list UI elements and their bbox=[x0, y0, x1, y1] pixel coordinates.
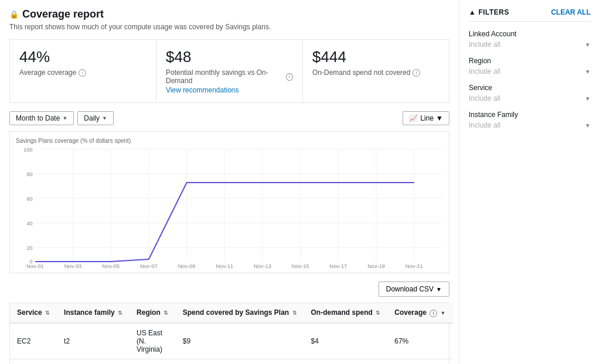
sort-icon: ⇅ bbox=[292, 310, 297, 316]
line-chart-icon: 📈 bbox=[409, 114, 418, 122]
filter-items: Linked Account Include all ▼ Region Incl… bbox=[469, 30, 591, 129]
chevron-down-icon: ▼ bbox=[62, 115, 67, 121]
chevron-down-icon: ▼ bbox=[585, 95, 591, 102]
chevron-down-icon: ▼ bbox=[102, 115, 107, 121]
metric-value-0: 44% bbox=[19, 48, 146, 66]
filter-select[interactable]: Include all ▼ bbox=[469, 94, 591, 102]
chart-area: 100 80 60 40 20 0 bbox=[16, 146, 443, 269]
svg-text:80: 80 bbox=[26, 171, 32, 177]
svg-text:Nov-01: Nov-01 bbox=[26, 263, 44, 269]
sort-icon: ⇅ bbox=[118, 310, 122, 316]
cell-service: EC2 bbox=[10, 359, 57, 364]
chevron-down-icon: ▼ bbox=[585, 122, 591, 129]
cell-region: US West (N. California) bbox=[129, 359, 176, 364]
svg-text:60: 60 bbox=[26, 196, 32, 202]
granularity-select[interactable]: Daily ▼ bbox=[77, 111, 114, 125]
page-title: Coverage report bbox=[22, 8, 104, 20]
sidebar: ▲ FILTERS CLEAR ALL Linked Account Inclu… bbox=[459, 0, 600, 364]
chevron-down-icon: ▼ bbox=[585, 68, 591, 75]
chevron-down-icon: ▼ bbox=[436, 114, 443, 122]
svg-text:Nov-21: Nov-21 bbox=[405, 263, 423, 269]
th-on-demand-spend[interactable]: On-demand spend ⇅ bbox=[304, 303, 388, 323]
th-spend-covered[interactable]: Spend covered by Savings Plan ⇅ bbox=[176, 303, 304, 323]
lock-icon: 🔒 bbox=[9, 10, 19, 19]
metric-savings: $48 Potential monthly savings vs On-Dema… bbox=[156, 40, 303, 102]
metric-label-0: Average coverage i bbox=[19, 68, 146, 77]
svg-text:Nov-13: Nov-13 bbox=[254, 263, 271, 269]
metric-average-coverage: 44% Average coverage i bbox=[10, 40, 156, 102]
filter-label: Service bbox=[469, 84, 591, 92]
cell-spend-covered: $2 bbox=[176, 359, 304, 364]
page-header: 🔒 Coverage report bbox=[9, 8, 449, 20]
coverage-table: Service ⇅ Instance family ⇅ Region ⇅ S bbox=[10, 303, 453, 364]
th-instance-family[interactable]: Instance family ⇅ bbox=[57, 303, 129, 323]
table-body: EC2 t2 US East (N. Virginia) $9 $4 67% E… bbox=[10, 323, 453, 365]
filter-select[interactable]: Include all ▼ bbox=[469, 121, 591, 129]
filter-item-service: Service Include all ▼ bbox=[469, 84, 591, 102]
table-row: EC2 t2 US East (N. Virginia) $9 $4 67% bbox=[10, 323, 453, 359]
th-service[interactable]: Service ⇅ bbox=[10, 303, 57, 323]
view-recommendations-link[interactable]: View recommendations bbox=[166, 86, 293, 94]
cell-spend-covered: $9 bbox=[176, 323, 304, 359]
cell-service: EC2 bbox=[10, 323, 57, 359]
filter-item-linked-account: Linked Account Include all ▼ bbox=[469, 30, 591, 49]
date-range-select[interactable]: Month to Date ▼ bbox=[9, 111, 74, 125]
filter-icon[interactable]: ▼ bbox=[441, 310, 446, 316]
metrics-row: 44% Average coverage i $48 Potential mon… bbox=[9, 39, 449, 103]
th-coverage[interactable]: Coverage i ▼ bbox=[387, 303, 452, 323]
chart-svg: 100 80 60 40 20 0 bbox=[16, 146, 443, 269]
sort-icon: ⇅ bbox=[376, 310, 380, 316]
cell-coverage: 60% bbox=[387, 359, 452, 364]
download-csv-button[interactable]: Download CSV ▼ bbox=[379, 281, 449, 297]
download-csv-label: Download CSV bbox=[386, 285, 434, 293]
cell-region: US East (N. Virginia) bbox=[129, 323, 176, 359]
svg-text:Nov-19: Nov-19 bbox=[367, 263, 385, 269]
metric-label-1: Potential monthly savings vs On-Demand i bbox=[166, 68, 293, 85]
svg-text:Nov-15: Nov-15 bbox=[292, 263, 309, 269]
filter-item-instance-family: Instance Family Include all ▼ bbox=[469, 111, 591, 129]
sort-icon: ⇅ bbox=[45, 310, 50, 316]
filter-label: Linked Account bbox=[469, 30, 591, 38]
svg-text:100: 100 bbox=[23, 147, 32, 153]
cell-instance-family: t2 bbox=[57, 359, 129, 364]
info-icon-1[interactable]: i bbox=[286, 73, 293, 81]
controls-row: Month to Date ▼ Daily ▼ 📈 Line ▼ bbox=[9, 111, 449, 125]
page-subtitle: This report shows how much of your compu… bbox=[9, 23, 449, 31]
svg-text:Nov-07: Nov-07 bbox=[140, 263, 158, 269]
metric-value-1: $48 bbox=[166, 48, 293, 66]
sort-icon: ⇅ bbox=[163, 310, 168, 316]
filter-label: Region bbox=[469, 57, 591, 65]
svg-text:Nov-17: Nov-17 bbox=[329, 263, 347, 269]
cell-on-demand-spend: $4 bbox=[304, 323, 388, 359]
filter-value: Include all bbox=[469, 121, 500, 129]
cell-coverage: 67% bbox=[387, 323, 452, 359]
filter-item-region: Region Include all ▼ bbox=[469, 57, 591, 75]
sidebar-header: ▲ FILTERS CLEAR ALL bbox=[469, 8, 591, 22]
filter-value: Include all bbox=[469, 40, 500, 49]
metric-label-2: On-Demand spend not covered i bbox=[312, 68, 439, 77]
info-icon-coverage[interactable]: i bbox=[429, 310, 437, 317]
filter-label: Instance Family bbox=[469, 111, 591, 119]
svg-text:20: 20 bbox=[26, 245, 32, 251]
filter-value: Include all bbox=[469, 94, 500, 102]
svg-text:Nov-05: Nov-05 bbox=[102, 263, 120, 269]
table-container: Service ⇅ Instance family ⇅ Region ⇅ S bbox=[9, 303, 449, 364]
cell-on-demand-spend: $1 bbox=[304, 359, 388, 364]
metric-value-2: $444 bbox=[312, 48, 439, 66]
table-row: EC2 t2 US West (N. California) $2 $1 60% bbox=[10, 359, 453, 364]
chart-type-select[interactable]: 📈 Line ▼ bbox=[403, 111, 449, 125]
svg-text:Nov-03: Nov-03 bbox=[64, 263, 82, 269]
filter-select[interactable]: Include all ▼ bbox=[469, 67, 591, 75]
chevron-down-icon: ▼ bbox=[585, 42, 591, 48]
clear-all-button[interactable]: CLEAR ALL bbox=[551, 8, 591, 16]
download-row: Download CSV ▼ bbox=[9, 281, 449, 297]
info-icon-2[interactable]: i bbox=[412, 69, 420, 77]
metric-ondemand: $444 On-Demand spend not covered i bbox=[303, 40, 449, 102]
table-header-row: Service ⇅ Instance family ⇅ Region ⇅ S bbox=[10, 303, 453, 323]
filter-value: Include all bbox=[469, 67, 500, 75]
th-region[interactable]: Region ⇅ bbox=[129, 303, 176, 323]
filters-title: ▲ FILTERS bbox=[469, 8, 509, 16]
filter-select[interactable]: Include all ▼ bbox=[469, 40, 591, 49]
info-icon-0[interactable]: i bbox=[79, 69, 86, 77]
chevron-down-icon: ▼ bbox=[436, 286, 442, 293]
